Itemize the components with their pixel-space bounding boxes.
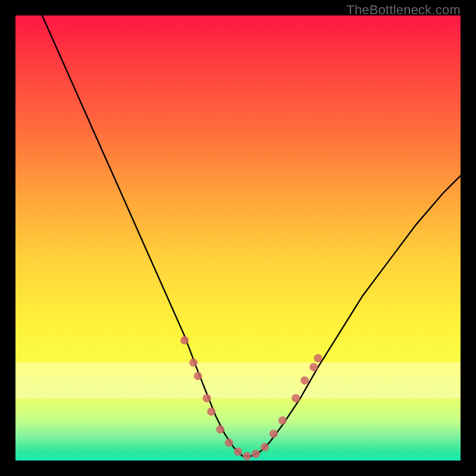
highlight-dot — [261, 443, 269, 452]
chart-svg — [15, 15, 461, 461]
highlight-dot — [278, 416, 287, 425]
watermark-text: TheBottleneck.com — [346, 2, 461, 18]
highlight-dot — [243, 452, 251, 461]
chart-frame: TheBottleneck.com — [0, 0, 476, 476]
plot-area — [15, 15, 461, 461]
highlight-dot — [203, 394, 211, 402]
highlight-dot — [189, 358, 198, 367]
bottleneck-curve — [42, 15, 461, 456]
highlight-dot — [225, 439, 233, 447]
highlight-dot — [207, 408, 215, 416]
highlight-dot — [270, 430, 278, 438]
curve-path-group — [42, 15, 461, 456]
highlight-dot — [194, 372, 202, 380]
highlight-dot — [252, 450, 260, 458]
highlight-dot — [180, 336, 189, 345]
highlight-dot — [300, 376, 309, 384]
highlight-dot — [234, 447, 242, 456]
highlight-dot — [309, 363, 318, 371]
highlight-dot — [216, 425, 224, 434]
highlight-dot — [314, 354, 322, 362]
highlight-dot — [292, 394, 300, 402]
